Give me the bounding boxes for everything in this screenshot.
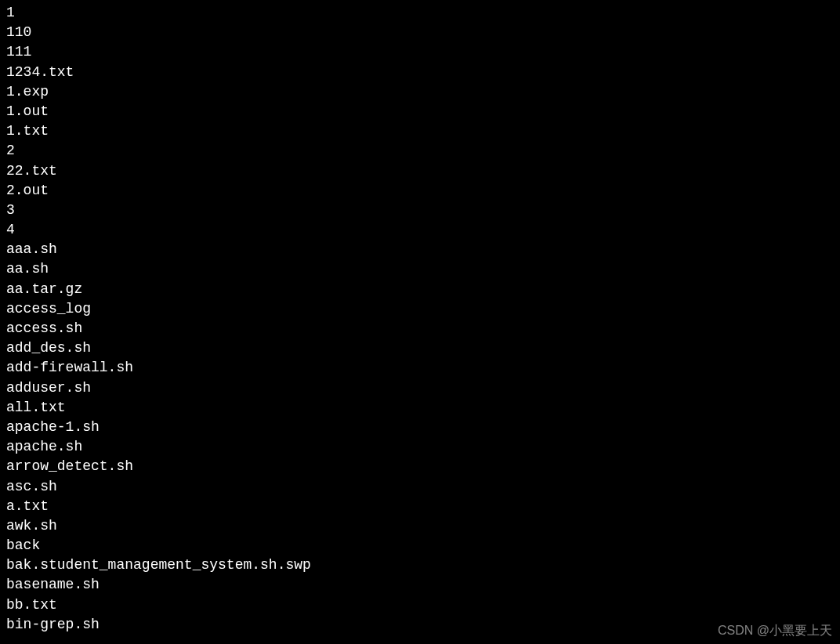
terminal-line: apache-1.sh [6,418,834,437]
terminal-line: add_des.sh [6,338,834,358]
terminal-line: aa.tar.gz [6,280,834,299]
terminal-line: back [6,536,834,555]
terminal-line: a.txt [6,497,834,516]
terminal-line: awk.sh [6,516,834,536]
terminal-output: 11101111234.txt1.exp1.out1.txt222.txt2.o… [6,3,834,635]
terminal-line: bb.txt [6,595,834,615]
terminal-line: 1.out [6,102,834,121]
terminal-line: 2.out [6,181,834,201]
terminal-line: 1 [6,3,834,23]
terminal-line: basename.sh [6,575,834,595]
terminal-line: aa.sh [6,259,834,279]
terminal-line: 1234.txt [6,63,834,82]
terminal-line: 111 [6,42,834,62]
terminal-line: 2 [6,141,834,161]
terminal-line: bin-grep.sh [6,615,834,635]
terminal-line: 22.txt [6,161,834,181]
terminal-line: aaa.sh [6,240,834,259]
terminal-line: bak.student_management_system.sh.swp [6,555,834,575]
terminal-line: 1.txt [6,121,834,141]
terminal-line: 3 [6,201,834,220]
terminal-line: asc.sh [6,477,834,497]
terminal-line: arrow_detect.sh [6,457,834,476]
terminal-line: apache.sh [6,437,834,457]
terminal-line: access_log [6,299,834,319]
terminal-line: adduser.sh [6,378,834,398]
terminal-line: access.sh [6,319,834,338]
watermark: CSDN @小黑要上天 [718,622,832,639]
terminal-line: add-firewall.sh [6,358,834,378]
terminal-line: 4 [6,220,834,240]
terminal-line: 1.exp [6,82,834,102]
terminal-line: 110 [6,23,834,42]
terminal-line: all.txt [6,398,834,418]
